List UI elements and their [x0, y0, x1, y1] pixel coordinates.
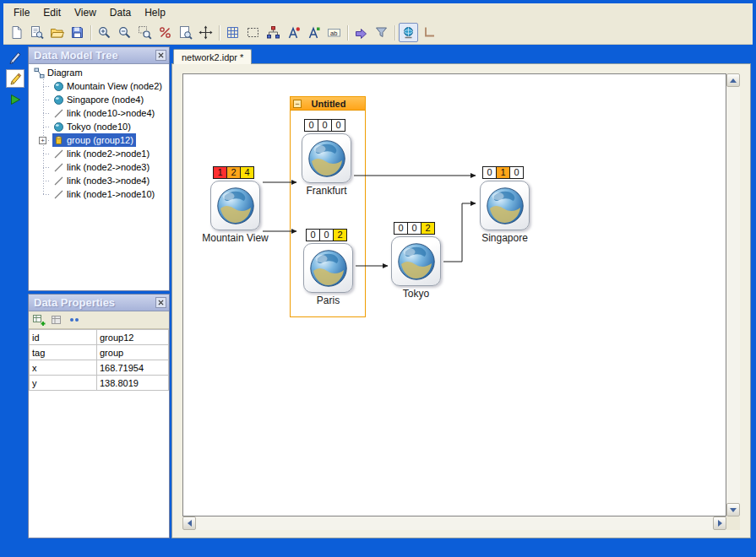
toolbar-symbol-button[interactable]	[399, 23, 418, 42]
node-frankfurt[interactable]	[302, 133, 351, 183]
status-badge: 0	[407, 222, 422, 235]
toolbar-graph-layout-button[interactable]	[284, 23, 303, 42]
data-properties-title: Data Properties	[34, 296, 115, 309]
property-value[interactable]: 138.8019	[97, 376, 169, 391]
node-tokyo[interactable]	[391, 236, 441, 286]
scroll-down-button[interactable]	[726, 503, 740, 516]
tree-item-group-group12[interactable]: +group (group12)	[29, 133, 169, 147]
tree-item-body[interactable]: link (node2->node1)	[52, 147, 152, 160]
tree-item-body[interactable]: Diagram	[33, 66, 85, 79]
globe-icon	[307, 139, 346, 178]
tree-item-link-node1-node10[interactable]: link (node1->node10)	[29, 187, 169, 201]
scroll-left-button[interactable]	[182, 516, 196, 530]
style-pen-button[interactable]	[6, 48, 24, 67]
percent-icon	[158, 25, 172, 40]
tree-item-label: Mountain View (node2)	[67, 81, 162, 91]
horizontal-scroll-track[interactable]	[196, 516, 713, 530]
close-icon[interactable]	[155, 50, 166, 61]
tree-item-link-node2-node1[interactable]: link (node2->node1)	[29, 147, 169, 160]
tree-item-label: Singapore (node4)	[67, 95, 144, 105]
tree-item-tokyo-node10[interactable]: Tokyo (node10)	[29, 120, 169, 133]
toolbar-pan-button[interactable]	[196, 23, 215, 42]
toolbar-node-layout-button[interactable]	[304, 23, 324, 42]
property-value[interactable]: group	[97, 345, 169, 360]
vertical-scroll-track[interactable]	[726, 87, 740, 503]
status-badge: 0	[304, 119, 318, 132]
graph-layout-icon	[286, 25, 301, 40]
toolbar-new-button[interactable]	[7, 23, 26, 42]
toolbar-save-button[interactable]	[68, 23, 87, 42]
toolbar-export-button[interactable]	[351, 23, 371, 42]
link-tokyo-to-singapore[interactable]	[443, 203, 476, 262]
property-row-tag[interactable]: taggroup	[30, 345, 169, 360]
scroll-right-button[interactable]	[713, 516, 726, 530]
scroll-up-button[interactable]	[726, 73, 740, 87]
toolbar-corner-tool-button[interactable]	[419, 23, 438, 42]
menu-edit[interactable]: Edit	[36, 5, 68, 20]
editor-area: network2.idpr * −Untitled124Mountain Vie…	[171, 46, 753, 538]
toolbar-zoom-select-button[interactable]	[243, 23, 263, 42]
toolbar-zoom-percent-button[interactable]	[155, 23, 175, 42]
tab-network2[interactable]: network2.idpr *	[173, 49, 252, 64]
close-icon[interactable]	[155, 297, 166, 308]
node-label: Tokyo	[403, 288, 429, 300]
badge-row-frankfurt: 000	[304, 119, 345, 132]
horizontal-scrollbar[interactable]	[182, 516, 726, 530]
tree-item-body[interactable]: Tokyo (node10)	[52, 120, 133, 133]
left-column: Data Model Tree DiagramMountain View (no…	[28, 46, 170, 538]
tree-item-diagram[interactable]: Diagram	[29, 66, 169, 79]
property-row-y[interactable]: y138.8019	[30, 376, 169, 391]
menu-data[interactable]: Data	[103, 5, 138, 20]
toolbar-zoom-in-button[interactable]	[95, 23, 114, 42]
node-mountain-view[interactable]	[210, 181, 260, 230]
tree-item-body[interactable]: link (node2->node3)	[52, 160, 152, 174]
toolbar-open-button[interactable]	[47, 23, 67, 42]
menu-view[interactable]: View	[68, 5, 103, 20]
tree-item-singapore-node4[interactable]: Singapore (node4)	[29, 93, 169, 106]
link-icon	[53, 149, 64, 160]
diagram-canvas[interactable]: −Untitled124Mountain View000Frankfurt002…	[182, 73, 726, 516]
tree-item-link-node10-node4[interactable]: link (node10->node4)	[29, 106, 169, 120]
tree-item-link-node2-node3[interactable]: link (node2->node3)	[29, 160, 169, 174]
tree-item-body[interactable]: link (node1->node10)	[52, 187, 157, 201]
property-value[interactable]: 168.71954	[97, 360, 169, 376]
dots-icon	[68, 313, 81, 327]
toolbar-zoom-area-button[interactable]	[135, 23, 155, 42]
tree-expander-icon[interactable]: +	[39, 137, 46, 144]
tree-item-body[interactable]: Singapore (node4)	[52, 93, 146, 106]
node-paris[interactable]	[303, 243, 353, 293]
data-model-tree-titlebar: Data Model Tree	[29, 47, 169, 64]
vertical-scrollbar[interactable]	[726, 73, 740, 516]
property-name: id	[30, 330, 97, 345]
toolbar-fit-contents-button[interactable]	[176, 23, 195, 42]
run-button[interactable]	[6, 90, 24, 109]
property-row-x[interactable]: x168.71954	[30, 360, 169, 376]
tree-item-body[interactable]: link (node3->node4)	[52, 174, 152, 187]
property-row-id[interactable]: idgroup12	[30, 330, 169, 345]
tree-item-link-node3-node4[interactable]: link (node3->node4)	[29, 174, 169, 187]
remove-property-button[interactable]	[49, 312, 64, 327]
tree-item-body[interactable]: link (node10->node4)	[52, 106, 157, 120]
property-name: tag	[30, 345, 97, 360]
toolbar-zoom-out-button[interactable]	[115, 23, 134, 42]
tree-item-label: link (node2->node1)	[67, 149, 150, 159]
menu-help[interactable]: Help	[138, 5, 172, 20]
toolbar-preview-button[interactable]	[27, 23, 46, 42]
toolbar-grid-button[interactable]	[223, 23, 242, 42]
edit-pencil-button[interactable]	[6, 69, 24, 88]
add-property-button[interactable]	[31, 312, 46, 327]
menu-file[interactable]: File	[7, 5, 36, 20]
toggle-values-button[interactable]	[67, 312, 82, 327]
side-toolbar	[3, 46, 26, 538]
main-toolbar: ab	[3, 21, 753, 45]
tree-item-label: link (node2->node3)	[67, 162, 150, 172]
toolbar-link-filter-button[interactable]	[372, 23, 391, 42]
toolbar-label-layout-button[interactable]: ab	[324, 23, 344, 42]
node-label: Paris	[317, 295, 340, 306]
tree-item-mountain-view-node2[interactable]: Mountain View (node2)	[29, 79, 169, 93]
node-singapore[interactable]	[480, 181, 530, 230]
tree-item-body[interactable]: Mountain View (node2)	[52, 79, 165, 93]
tree-item-body[interactable]: group (group12)	[52, 133, 136, 147]
toolbar-tree-layout-button[interactable]	[264, 23, 283, 42]
property-value[interactable]: group12	[97, 330, 169, 345]
